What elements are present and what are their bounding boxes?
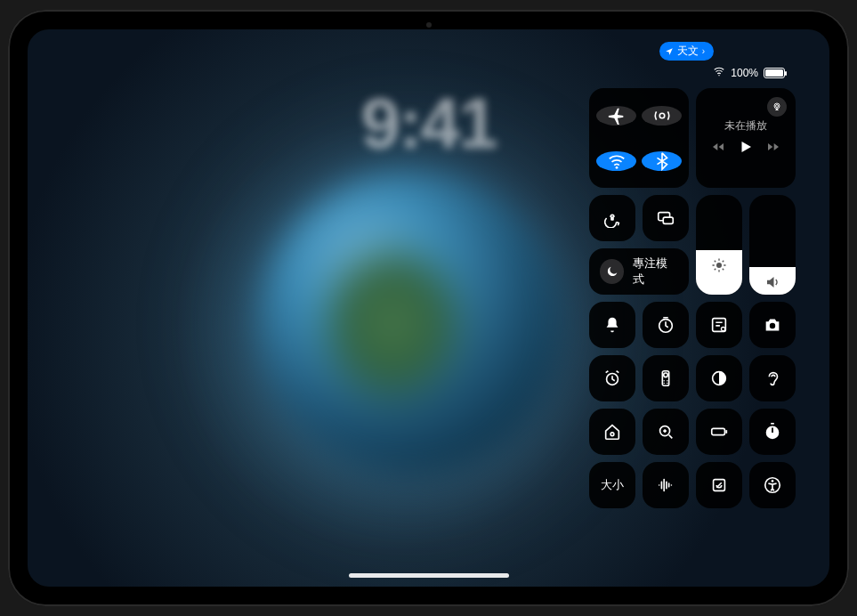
svg-rect-23: [712, 428, 725, 434]
svg-point-18: [663, 383, 664, 384]
wifi-status-icon: [713, 65, 725, 80]
voice-memos-icon: [656, 475, 675, 495]
forward-icon: [766, 140, 780, 154]
accessibility-icon: [763, 475, 782, 495]
svg-point-19: [667, 383, 667, 384]
camera-button[interactable]: [749, 302, 796, 348]
stopwatch-button[interactable]: [749, 409, 796, 455]
airplay-audio-button[interactable]: [767, 97, 787, 117]
magnifier-button[interactable]: [643, 409, 689, 455]
home-indicator[interactable]: [349, 573, 509, 578]
focus-status-pill[interactable]: 天文 ›: [659, 42, 714, 61]
alarm-button[interactable]: [589, 355, 635, 401]
earth-wallpaper: [259, 172, 562, 474]
svg-point-28: [772, 480, 774, 482]
screen-mirroring-button[interactable]: [643, 195, 689, 241]
svg-point-1: [659, 113, 665, 118]
svg-point-8: [716, 263, 722, 268]
orientation-lock-icon: [602, 208, 622, 228]
magnifier-icon: [656, 422, 675, 442]
airdrop-icon: [652, 106, 672, 126]
hearing-icon: [763, 369, 782, 388]
svg-point-17: [667, 380, 667, 381]
orientation-lock-button[interactable]: [589, 195, 635, 241]
brightness-slider[interactable]: [696, 195, 742, 295]
ipad-frame: 9:41 天文 › 100%: [8, 10, 849, 606]
stopwatch-icon: [763, 422, 782, 442]
airdrop-toggle[interactable]: [642, 106, 682, 126]
airplane-mode-toggle[interactable]: [596, 106, 636, 126]
status-bar: 100%: [713, 65, 785, 80]
text-size-label: 大小: [601, 477, 624, 493]
svg-point-2: [615, 166, 618, 168]
apple-tv-remote-button[interactable]: [643, 355, 689, 401]
low-power-button[interactable]: [696, 409, 742, 455]
home-button[interactable]: [589, 409, 635, 455]
wifi-toggle[interactable]: [596, 151, 636, 171]
control-center: 未在播放: [589, 88, 799, 508]
svg-point-3: [774, 103, 780, 109]
bell-icon: [602, 315, 622, 335]
timer-icon: [656, 315, 675, 335]
focus-label: 專注模式: [633, 255, 678, 288]
now-playing-module[interactable]: 未在播放: [696, 88, 796, 188]
focus-button[interactable]: 專注模式: [589, 248, 689, 295]
rewind-button[interactable]: [711, 140, 725, 158]
apple-tv-remote-icon: [656, 369, 675, 388]
forward-button[interactable]: [766, 140, 780, 158]
svg-rect-24: [725, 430, 727, 434]
volume-icon: [764, 274, 780, 290]
dark-mode-icon: [709, 369, 729, 388]
dark-mode-button[interactable]: [696, 355, 742, 401]
battery-icon: [764, 68, 785, 78]
alarm-icon: [602, 369, 622, 388]
front-camera: [426, 22, 432, 28]
chevron-right-icon: ›: [702, 46, 705, 56]
battery-icon: [709, 422, 729, 442]
airplay-audio-icon: [772, 101, 782, 112]
brightness-icon: [711, 257, 727, 273]
music-recognition-button[interactable]: [696, 462, 742, 508]
battery-percent: 100%: [731, 67, 758, 79]
voice-memos-button[interactable]: [643, 462, 689, 508]
focus-status-label: 天文: [677, 44, 699, 59]
svg-point-21: [610, 433, 614, 436]
svg-point-15: [664, 373, 668, 377]
svg-rect-7: [663, 217, 673, 223]
home-icon: [602, 422, 622, 442]
volume-slider[interactable]: [749, 195, 796, 295]
wifi-icon: [607, 151, 627, 171]
bluetooth-toggle[interactable]: [642, 151, 682, 171]
accessibility-button[interactable]: [749, 462, 796, 508]
rewind-icon: [711, 140, 725, 154]
music-recognition-icon: [709, 475, 729, 495]
play-button[interactable]: [738, 139, 754, 158]
svg-point-0: [719, 75, 720, 76]
text-size-button[interactable]: 大小: [589, 462, 635, 508]
screen-mirroring-icon: [656, 208, 675, 228]
now-playing-title: 未在播放: [724, 118, 767, 134]
screen: 9:41 天文 › 100%: [28, 29, 829, 587]
connectivity-module[interactable]: [589, 88, 689, 188]
svg-point-12: [770, 323, 775, 328]
silent-mode-button[interactable]: [589, 302, 635, 348]
svg-point-16: [663, 380, 664, 381]
lock-screen-time: 9:41: [360, 83, 496, 165]
timer-button[interactable]: [643, 302, 689, 348]
play-icon: [738, 139, 754, 155]
moon-icon: [605, 264, 619, 279]
camera-icon: [763, 315, 782, 335]
hearing-button[interactable]: [749, 355, 796, 401]
bluetooth-icon: [652, 151, 672, 171]
quick-note-icon: [709, 315, 729, 335]
location-icon: [665, 47, 674, 56]
quick-note-button[interactable]: [696, 302, 742, 348]
airplane-icon: [607, 106, 627, 126]
svg-point-4: [776, 105, 779, 108]
